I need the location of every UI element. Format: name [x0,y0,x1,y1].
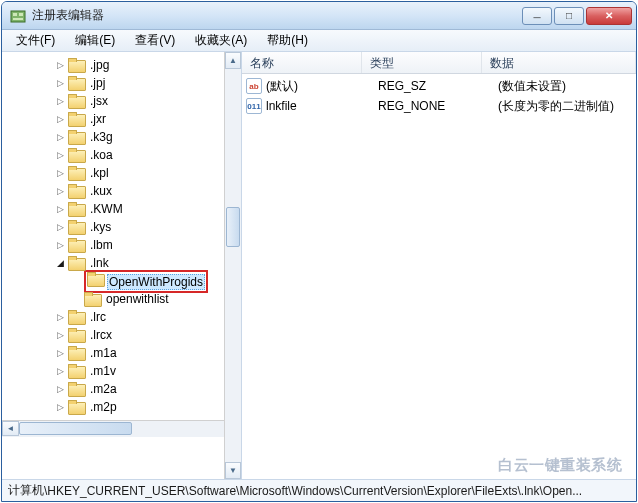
tree-v-scrollbar[interactable]: ▲ ▼ [224,52,241,479]
binary-value-icon: 011 [246,98,262,114]
menu-file[interactable]: 文件(F) [6,30,65,51]
value-row[interactable]: 011lnkfileREG_NONE(长度为零的二进制值) [242,96,636,116]
tree-item[interactable]: ▷.koa [6,146,241,164]
value-list[interactable]: ab(默认)REG_SZ(数值未设置)011lnkfileREG_NONE(长度… [242,74,636,118]
menu-edit[interactable]: 编辑(E) [65,30,125,51]
maximize-button[interactable] [554,7,584,25]
folder-icon [68,76,84,90]
folder-icon [68,256,84,270]
tree-h-scrollbar[interactable]: ◄ ► [2,420,241,437]
tree-item[interactable]: ▷.jpg [6,56,241,74]
tree-item[interactable]: ▷.kux [6,182,241,200]
tree-item-label: .KWM [88,200,125,218]
expander-closed-icon[interactable]: ▷ [54,347,66,359]
expander-closed-icon[interactable]: ▷ [54,311,66,323]
expander-closed-icon[interactable]: ▷ [54,185,66,197]
tree-pane: ▷.jpg▷.jpj▷.jsx▷.jxr▷.k3g▷.koa▷.kpl▷.kux… [2,52,242,479]
window-buttons [522,7,632,25]
expander-closed-icon[interactable]: ▷ [54,131,66,143]
svg-rect-2 [19,13,23,16]
h-scroll-track[interactable] [19,421,224,436]
folder-icon [68,346,84,360]
tree-item-label: .kys [88,218,113,236]
tree-item-label: OpenWithProgids [107,274,205,290]
tree-item[interactable]: ▷.lbm [6,236,241,254]
tree-item-label: .m1a [88,344,119,362]
scroll-left-button[interactable]: ◄ [2,421,19,436]
list-header: 名称 类型 数据 [242,52,636,74]
value-data: (长度为零的二进制值) [498,98,636,115]
expander-closed-icon[interactable]: ▷ [54,95,66,107]
tree-item[interactable]: ▷.lrcx [6,326,241,344]
value-type: REG_NONE [378,99,498,113]
column-type[interactable]: 类型 [362,52,482,73]
scroll-down-button[interactable]: ▼ [225,462,241,479]
expander-closed-icon[interactable]: ▷ [54,365,66,377]
folder-icon [68,130,84,144]
tree-item[interactable]: ▷.jpj [6,74,241,92]
tree-item[interactable]: ▷.m2p [6,398,241,416]
expander-closed-icon[interactable]: ▷ [54,59,66,71]
value-row[interactable]: ab(默认)REG_SZ(数值未设置) [242,76,636,96]
tree-item[interactable]: ▷.kpl [6,164,241,182]
column-data[interactable]: 数据 [482,52,636,73]
folder-icon [68,94,84,108]
expander-closed-icon[interactable]: ▷ [54,113,66,125]
value-type: REG_SZ [378,79,498,93]
tree-item[interactable]: ▷.KWM [6,200,241,218]
expander-closed-icon[interactable]: ▷ [54,329,66,341]
folder-icon [68,58,84,72]
tree-item[interactable]: ▷.m2a [6,380,241,398]
v-scroll-thumb[interactable] [226,207,240,247]
folder-icon [68,310,84,324]
v-scroll-track[interactable] [225,69,241,462]
scroll-up-button[interactable]: ▲ [225,52,241,69]
tree-item[interactable]: ▷.kys [6,218,241,236]
tree-item[interactable]: ▷.m1a [6,344,241,362]
expander-none [70,275,82,287]
expander-closed-icon[interactable]: ▷ [54,167,66,179]
menu-help[interactable]: 帮助(H) [257,30,318,51]
tree-item-label: .jxr [88,110,108,128]
value-name: (默认) [266,78,378,95]
column-name[interactable]: 名称 [242,52,362,73]
registry-tree[interactable]: ▷.jpg▷.jpj▷.jsx▷.jxr▷.k3g▷.koa▷.kpl▷.kux… [2,52,241,420]
window-title: 注册表编辑器 [32,7,522,24]
folder-icon [68,364,84,378]
tree-item[interactable]: openwithlist [6,290,241,308]
tree-item[interactable]: ▷.lrc [6,308,241,326]
tree-item-label: .jpg [88,56,111,74]
expander-closed-icon[interactable]: ▷ [54,221,66,233]
string-value-icon: ab [246,78,262,94]
tree-item[interactable]: ▷.jxr [6,110,241,128]
titlebar[interactable]: 注册表编辑器 [2,2,636,30]
expander-open-icon[interactable]: ◢ [54,257,66,269]
expander-closed-icon[interactable]: ▷ [54,383,66,395]
expander-closed-icon[interactable]: ▷ [54,239,66,251]
tree-item[interactable]: OpenWithProgids [6,272,241,290]
svg-rect-0 [11,11,25,22]
folder-icon [68,112,84,126]
expander-closed-icon[interactable]: ▷ [54,203,66,215]
menu-favorites[interactable]: 收藏夹(A) [185,30,257,51]
expander-closed-icon[interactable]: ▷ [54,149,66,161]
h-scroll-thumb[interactable] [19,422,132,435]
minimize-button[interactable] [522,7,552,25]
tree-item-label: .jsx [88,92,110,110]
tree-item-label: openwithlist [104,290,171,308]
expander-closed-icon[interactable]: ▷ [54,77,66,89]
tree-item[interactable]: ▷.jsx [6,92,241,110]
tree-item-label: .lrcx [88,326,114,344]
tree-item-label: .lbm [88,236,115,254]
menubar: 文件(F) 编辑(E) 查看(V) 收藏夹(A) 帮助(H) [2,30,636,52]
tree-item[interactable]: ▷.k3g [6,128,241,146]
content-area: ▷.jpg▷.jpj▷.jsx▷.jxr▷.k3g▷.koa▷.kpl▷.kux… [2,52,636,479]
tree-item[interactable]: ▷.m1v [6,362,241,380]
tree-item-label: .koa [88,146,115,164]
close-button[interactable] [586,7,632,25]
menu-view[interactable]: 查看(V) [125,30,185,51]
expander-none [70,293,82,305]
expander-closed-icon[interactable]: ▷ [54,401,66,413]
tree-item-label: .k3g [88,128,115,146]
value-data: (数值未设置) [498,78,636,95]
